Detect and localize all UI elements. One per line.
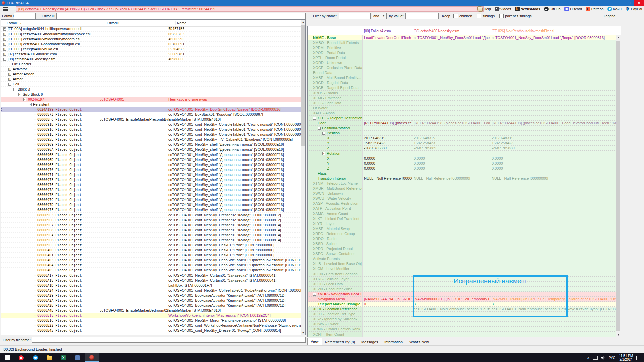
- expand-icon[interactable]: +: [3, 27, 6, 31]
- field-value-cell[interactable]: [363, 111, 412, 116]
- tab-messages[interactable]: Messages: [358, 339, 381, 345]
- collapse-icon[interactable]: -: [313, 293, 316, 296]
- field-value-cell[interactable]: [412, 131, 490, 136]
- field-value-cell[interactable]: 0.0000: [490, 161, 616, 166]
- scrollbar-thumb[interactable]: [616, 41, 620, 331]
- minimize-button[interactable]: –: [614, 0, 624, 6]
- tree-row[interactable]: ···0800095E Placed ObjectccTOSFO4001_con…: [1, 137, 301, 142]
- field-row[interactable]: XOCP - Occlusion Plane Data: [308, 65, 616, 70]
- tree-row[interactable]: ···0800096D Placed ObjectccTOSFO4001_Neo…: [1, 157, 301, 162]
- field-row[interactable]: XRGB - Ragdoll Biped Data: [308, 85, 616, 90]
- field-value-cell[interactable]: [490, 231, 616, 236]
- taskbar-app[interactable]: [70, 353, 85, 362]
- tree-row[interactable]: ···080009FA Placed ObjectccTOSFO4001_con…: [1, 233, 301, 238]
- toolbar-link-ko-fi[interactable]: Ko-Fi: [607, 7, 622, 11]
- editorid-input[interactable]: [56, 13, 306, 19]
- field-value-cell[interactable]: [363, 206, 412, 211]
- taskbar-social-app[interactable]: [28, 353, 42, 362]
- scrollbar-thumb[interactable]: [301, 25, 305, 146]
- field-value-cell[interactable]: 0.0000: [490, 156, 616, 161]
- tree-row[interactable]: ···0800091E Placed ObjectccTOSFO4001_con…: [1, 132, 301, 137]
- field-value-cell[interactable]: 1582.258423: [363, 141, 412, 146]
- field-value-cell[interactable]: [412, 70, 490, 75]
- field-value-cell[interactable]: -2687.785889: [363, 146, 412, 151]
- tree-row[interactable]: ···08000B22 Placed ObjectccTOSFO4001_con…: [1, 323, 301, 328]
- field-value-cell[interactable]: [412, 65, 490, 70]
- taskbar-fo4edit-active[interactable]: [85, 353, 99, 362]
- scroll-down-icon[interactable]: ▼: [616, 333, 621, 337]
- field-value-cell[interactable]: [412, 171, 490, 176]
- tree-row[interactable]: -[08] cctosfo4001-neosky.esmAD9866FC: [1, 57, 301, 62]
- tree-row[interactable]: ···080008FC Placed ObjectccTOSFO4001_Ena…: [1, 117, 301, 122]
- field-value-cell[interactable]: ccTOSFO4001_NeoSky_DoorSm01Load "Дверь" …: [412, 35, 490, 40]
- field-value-cell[interactable]: [363, 221, 412, 226]
- field-value-cell[interactable]: [490, 126, 616, 131]
- grid-header-neosky[interactable]: [08] cctosfo4001-neosky.esm: [412, 29, 490, 33]
- field-value-cell[interactable]: [490, 65, 616, 70]
- field-value-cell[interactable]: [490, 75, 616, 80]
- field-value-cell[interactable]: [363, 292, 412, 297]
- field-value-cell[interactable]: [490, 211, 616, 216]
- field-value-cell[interactable]: [363, 231, 412, 236]
- scroll-up-icon[interactable]: ▲: [616, 35, 621, 40]
- field-value-cell[interactable]: [490, 196, 616, 201]
- tree-row[interactable]: ···0800097B Placed ObjectccTOSFO4001_Neo…: [1, 192, 301, 197]
- toolbar-link-patreon[interactable]: Patreon: [586, 7, 604, 11]
- expand-icon[interactable]: +: [3, 38, 6, 41]
- tree-row[interactable]: ···08000969 Placed ObjectccTOSFO4001_Neo…: [1, 142, 301, 147]
- field-value-cell[interactable]: [363, 40, 412, 45]
- field-value-cell[interactable]: [363, 116, 412, 121]
- tree-row[interactable]: ···0800096A Placed ObjectccTOSFO4001_Neo…: [1, 147, 301, 152]
- field-row[interactable]: X2017.6483152017.6483152017.648315: [308, 136, 616, 141]
- field-row[interactable]: Flags: [308, 171, 616, 176]
- field-value-cell[interactable]: NULL - Null Reference [00000000]: [412, 176, 490, 181]
- field-value-cell[interactable]: [363, 251, 412, 256]
- field-value-cell[interactable]: [412, 196, 490, 201]
- taskbar-clock[interactable]: 11:51 PM2/1/2024: [619, 354, 633, 361]
- field-value-cell[interactable]: 0.0000: [363, 156, 412, 161]
- field-value-cell[interactable]: [490, 206, 616, 211]
- tree-row[interactable]: ···08000A24 Placed ObjectccTOSFO4001_con…: [1, 288, 301, 293]
- field-row[interactable]: XRFG - Reference Group: [308, 231, 616, 236]
- field-value-cell[interactable]: 0.0000: [412, 161, 490, 166]
- field-row[interactable]: XLRL - Location ReferenceccTOSFO4001_Noi…: [308, 307, 616, 312]
- field-value-cell[interactable]: [412, 332, 490, 337]
- field-value-cell[interactable]: [412, 241, 490, 246]
- field-value-cell[interactable]: [363, 186, 412, 191]
- field-value-cell[interactable]: [412, 277, 490, 282]
- field-row[interactable]: XPDD - Projected Decal: [308, 246, 616, 251]
- field-value-cell[interactable]: [363, 60, 412, 65]
- tree-row[interactable]: ···08000973 Placed ObjectccTOSFO4001_Neo…: [1, 177, 301, 182]
- field-value-cell[interactable]: [REFR:0024A198] (places ccTOSFO4001_Load…: [412, 121, 490, 126]
- field-value-cell[interactable]: [363, 181, 412, 186]
- field-value-cell[interactable]: [REFR:0024A198] (places ccTOSF...: [363, 121, 412, 126]
- field-row[interactable]: XCNT - Item Count: [308, 332, 616, 337]
- field-row[interactable]: XPOD - Portal Data: [308, 50, 616, 55]
- field-value-cell[interactable]: [490, 50, 616, 55]
- field-row[interactable]: XATP - Activation Point: [308, 206, 616, 211]
- tree-row[interactable]: ···0800091C Placed ObjectccTOSFO4001_con…: [1, 127, 301, 132]
- field-value-cell[interactable]: [412, 75, 490, 80]
- expand-icon[interactable]: +: [3, 48, 6, 51]
- field-value-cell[interactable]: [363, 45, 412, 50]
- field-row[interactable]: XASP - Acoustic Restriction: [308, 201, 616, 206]
- field-row[interactable]: XSPC - Spawn Container: [308, 251, 616, 256]
- field-value-cell[interactable]: [412, 231, 490, 236]
- collapse-icon[interactable]: -: [13, 88, 16, 91]
- toolbar-link-help[interactable]: Help: [477, 6, 491, 12]
- field-value-cell[interactable]: [490, 226, 616, 231]
- tree-row[interactable]: ···080009F8 Placed ObjectccTOSFO4001_con…: [1, 228, 301, 233]
- field-value-cell[interactable]: [363, 307, 412, 312]
- field-value-cell[interactable]: [363, 131, 412, 136]
- tree-row[interactable]: -0024A197ccTOSFO4001Пентхаус в стиле нуа…: [1, 97, 301, 102]
- field-value-cell[interactable]: [490, 277, 616, 282]
- field-value-cell[interactable]: 2017.648315: [363, 136, 412, 141]
- field-value-cell[interactable]: [490, 45, 616, 50]
- field-value-cell[interactable]: [490, 266, 616, 272]
- taskbar-file-explorer[interactable]: [42, 353, 56, 362]
- field-value-cell[interactable]: [412, 50, 490, 55]
- field-value-cell[interactable]: [363, 246, 412, 251]
- field-row[interactable]: XALP - Alpha: [308, 111, 616, 116]
- field-value-cell[interactable]: [412, 101, 490, 106]
- field-value-cell[interactable]: [412, 85, 490, 90]
